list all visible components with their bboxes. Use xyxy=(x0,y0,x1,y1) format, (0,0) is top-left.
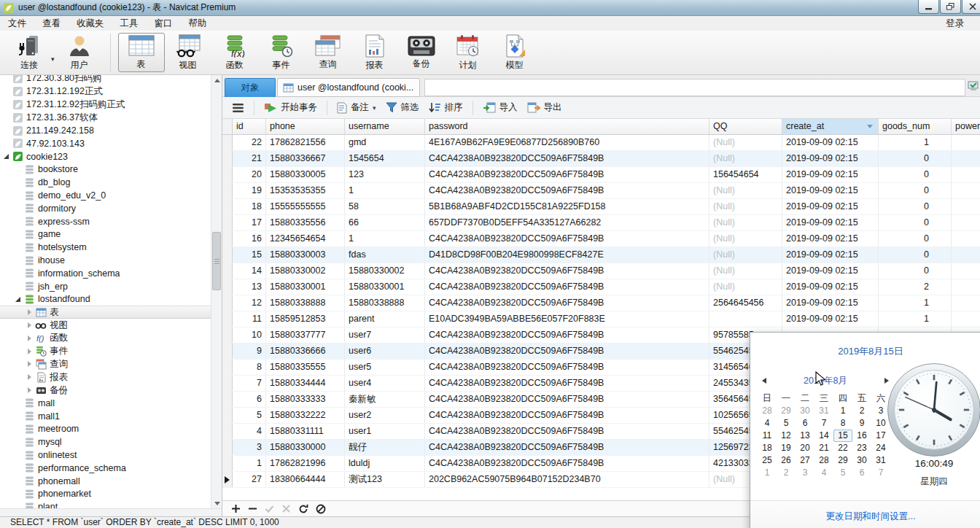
calendar-day[interactable]: 19 xyxy=(777,442,796,454)
column-header-password[interactable]: password xyxy=(425,119,709,134)
calendar-day[interactable]: 23 xyxy=(852,442,871,454)
cell-phone[interactable]: 15880334444 xyxy=(266,376,345,391)
cell-goods_num[interactable]: 1 xyxy=(879,295,952,311)
cell-phone[interactable]: 17862821556 xyxy=(266,135,345,150)
cell-create_at[interactable]: 2019-09-09 02:15 xyxy=(782,295,879,311)
cell-goods_num[interactable]: 1 xyxy=(879,311,952,327)
cell-goods_num[interactable]: 2 xyxy=(879,279,952,295)
toolbar-report[interactable]: 报表 xyxy=(351,33,398,72)
tree-item[interactable]: 47.92.103.143 xyxy=(0,137,211,150)
cell-password[interactable]: 4E167A9B62FA9E9E06877D256890B760 xyxy=(425,135,709,150)
cell-create_at[interactable]: 2019-09-09 02:15 xyxy=(782,167,879,182)
menu-item[interactable]: 窗口 xyxy=(147,16,181,31)
cell-password[interactable]: C4CA4238A0B923820DCC509A6F75849B xyxy=(425,424,709,439)
memo-icon[interactable] xyxy=(968,81,979,91)
row-gutter[interactable] xyxy=(222,456,233,471)
column-header-goods_num[interactable]: goods_num xyxy=(879,119,952,134)
cell-create_at[interactable]: 2019-09-09 02:15 xyxy=(782,231,879,246)
row-gutter[interactable] xyxy=(222,327,233,343)
cell-password[interactable]: C4CA4238A0B923820DCC509A6F75849B xyxy=(425,231,709,246)
cell-password[interactable]: C4CA4238A0B923820DCC509A6F75849B xyxy=(425,408,709,423)
cell-create_at[interactable]: 2019-09-09 02:15 xyxy=(782,311,879,327)
cell-password[interactable]: C4CA4238A0B923820DCC509A6F75849B xyxy=(425,440,709,455)
cell-password[interactable]: 657DDF7370B0D5EFF54A335127A66282 xyxy=(425,215,709,230)
cell-goods_num[interactable]: 0 xyxy=(879,263,952,279)
row-gutter[interactable] xyxy=(222,231,233,246)
cell-QQ[interactable] xyxy=(709,311,782,327)
cell-QQ[interactable]: (Null) xyxy=(709,231,782,246)
row-gutter[interactable] xyxy=(222,440,233,455)
tree-item[interactable]: 172.31.36.37软体 xyxy=(0,111,211,124)
row-gutter[interactable] xyxy=(222,135,233,150)
table-row[interactable]: 171588033555666657DDF7370B0D5EFF54A33512… xyxy=(222,215,980,231)
toolbar-user[interactable]: 用户 xyxy=(56,33,103,72)
cell-phone[interactable]: 15880330003 xyxy=(266,247,345,263)
cell-goods_num[interactable]: 0 xyxy=(879,215,952,230)
cell-goods_num[interactable]: 0 xyxy=(879,199,952,214)
tab-objects[interactable]: 对象 xyxy=(225,78,276,97)
table-row[interactable]: 1515880330003fdasD41D8CD98F00B204E980099… xyxy=(222,247,980,263)
apply-changes-button[interactable] xyxy=(265,504,274,513)
row-gutter[interactable] xyxy=(222,167,233,182)
toolbar-model[interactable]: 模型 xyxy=(491,33,538,72)
toolbar-connection[interactable]: 连接 xyxy=(6,33,52,72)
tree-item[interactable]: bookstore xyxy=(0,163,211,176)
row-gutter[interactable] xyxy=(222,295,233,311)
cell-QQ[interactable]: (Null) xyxy=(709,215,782,230)
calendar-day[interactable]: 27 xyxy=(796,454,814,467)
calendar-day[interactable]: 5 xyxy=(777,417,796,430)
table-row[interactable]: 141588033000215880330002C4CA4238A0B92382… xyxy=(222,263,980,279)
row-gutter[interactable] xyxy=(222,199,233,214)
table-row[interactable]: 16123456546541C4CA4238A0B923820DCC509A6F… xyxy=(222,231,980,247)
menu-item[interactable]: 收藏夹 xyxy=(69,16,112,31)
cell-phone[interactable]: 15880336666 xyxy=(266,343,345,359)
cell-create_at[interactable]: 2019-09-09 02:15 xyxy=(782,151,879,166)
cell-phone[interactable]: 15880333333 xyxy=(266,392,345,407)
cell-QQ[interactable]: 2564645456 xyxy=(709,295,782,311)
tree-item[interactable]: mall xyxy=(0,397,211,410)
tree-item[interactable]: ihouse xyxy=(0,254,211,267)
add-record-button[interactable] xyxy=(231,504,241,513)
cell-username[interactable]: 66 xyxy=(345,215,425,230)
toolbar-view[interactable]: 视图 xyxy=(165,33,211,72)
cell-goods_num[interactable]: 0 xyxy=(879,151,952,166)
toolbar-backup[interactable]: 备份 xyxy=(398,33,445,72)
row-gutter[interactable] xyxy=(222,215,233,230)
cell-password[interactable]: C4CA4238A0B923820DCC509A6F75849B xyxy=(425,392,709,407)
month-label-link[interactable]: 2019年8月 xyxy=(771,375,880,387)
sidebar-hscrollbar[interactable] xyxy=(0,508,222,516)
calendar-day[interactable]: 29 xyxy=(777,405,796,417)
calendar-day[interactable]: 9 xyxy=(852,417,871,430)
cell-QQ[interactable]: (Null) xyxy=(709,151,782,166)
tree-item[interactable]: 211.149.242.158 xyxy=(0,124,211,137)
cell-username[interactable]: lduldj xyxy=(345,456,425,471)
tree-item[interactable]: demo_edu_v2_0 xyxy=(0,189,211,202)
column-header-power[interactable]: power xyxy=(952,119,980,134)
cell-phone[interactable]: 15880332222 xyxy=(266,408,345,423)
cell-phone[interactable]: 15880337777 xyxy=(266,327,345,343)
note-button[interactable]: 备注▾ xyxy=(337,101,376,114)
column-header-phone[interactable]: phone xyxy=(266,119,345,134)
row-gutter[interactable] xyxy=(222,183,233,198)
calendar-day[interactable]: 20 xyxy=(796,442,814,454)
cell-power[interactable] xyxy=(952,231,980,246)
calendar-day[interactable]: 1 xyxy=(758,467,777,479)
cell-username[interactable]: 靓仔 xyxy=(345,440,425,455)
calendar-day[interactable]: 31 xyxy=(814,405,833,417)
cell-power[interactable] xyxy=(952,295,980,311)
cell-id[interactable]: 10 xyxy=(233,327,266,343)
toolbar-function[interactable]: f(x)函数 xyxy=(211,33,258,72)
delete-record-button[interactable] xyxy=(248,504,257,513)
row-gutter[interactable] xyxy=(222,151,233,166)
tree-item[interactable]: jsh_erp xyxy=(0,280,211,293)
row-gutter[interactable] xyxy=(222,360,233,375)
discard-changes-button[interactable] xyxy=(281,504,291,513)
cell-password[interactable]: C4CA4238A0B923820DCC509A6F75849B xyxy=(425,343,709,359)
calendar-day[interactable]: 4 xyxy=(758,417,777,430)
tree-item[interactable]: 查询 xyxy=(0,358,211,371)
cell-phone[interactable]: 15880335556 xyxy=(266,215,345,230)
cell-id[interactable]: 11 xyxy=(233,311,266,327)
table-row[interactable]: 1115859512853parentE10ADC3949BA59ABBE56E… xyxy=(222,311,980,327)
cell-phone[interactable]: 15555555555 xyxy=(266,199,345,214)
cell-QQ[interactable]: (Null) xyxy=(709,263,782,279)
